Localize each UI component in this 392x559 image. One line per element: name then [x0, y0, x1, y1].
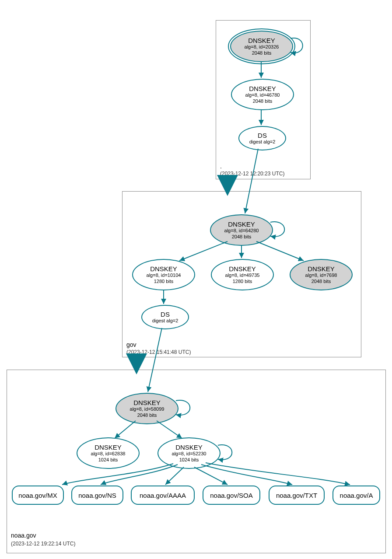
- zone-noaa-label: noaa.gov: [11, 532, 36, 539]
- rr-ns-node[interactable]: noaa.gov/NS: [71, 486, 123, 505]
- node-sub1: alg=8, id=62838: [91, 451, 126, 457]
- rr-txt-node[interactable]: noaa.gov/TXT: [269, 486, 325, 505]
- noaa-zsk2-node[interactable]: DNSKEY alg=8, id=52230 1024 bits: [158, 437, 220, 469]
- rr-soa-node[interactable]: noaa.gov/SOA: [203, 486, 260, 505]
- node-title: noaa.gov/A: [340, 492, 373, 499]
- gov-zsk1-node[interactable]: DNSKEY alg=8, id=10104 1280 bits: [132, 259, 195, 290]
- node-sub2: 2048 bits: [312, 279, 331, 284]
- node-title: noaa.gov/AAAA: [140, 492, 186, 499]
- node-title: noaa.gov/MX: [18, 492, 57, 499]
- zone-root-timestamp: (2023-12-12 12:20:23 UTC): [220, 171, 284, 177]
- root-ds-node[interactable]: DS digest alg=2: [238, 126, 286, 150]
- root-ksk-node[interactable]: DNSKEY alg=8, id=20326 2048 bits: [230, 31, 293, 62]
- noaa-zsk1-node[interactable]: DNSKEY alg=8, id=62838 1024 bits: [77, 437, 140, 469]
- node-sub2: 2048 bits: [252, 50, 272, 56]
- gov-ds-node[interactable]: DS digest alg=2: [141, 305, 189, 329]
- node-sub2: 2048 bits: [253, 98, 273, 104]
- node-title: noaa.gov/NS: [78, 492, 116, 499]
- node-title: noaa.gov/SOA: [210, 492, 253, 499]
- node-sub1: alg=8, id=64280: [224, 228, 259, 234]
- node-sub1: alg=8, id=58099: [130, 406, 164, 412]
- root-zsk-node[interactable]: DNSKEY alg=8, id=46780 2048 bits: [231, 79, 294, 110]
- node-sub2: 1280 bits: [233, 279, 252, 284]
- node-title: DNSKEY: [94, 444, 122, 451]
- node-sub1: digest alg=2: [152, 318, 178, 324]
- zone-gov-label: gov: [126, 341, 136, 348]
- zone-gov-timestamp: (2023-12-12 15:41:48 UTC): [126, 349, 191, 355]
- node-sub2: 1280 bits: [154, 279, 174, 284]
- rr-a-node[interactable]: noaa.gov/A: [332, 486, 380, 505]
- rr-aaaa-node[interactable]: noaa.gov/AAAA: [131, 486, 195, 505]
- gov-ksk-node[interactable]: DNSKEY alg=8, id=64280 2048 bits: [210, 214, 273, 246]
- node-sub1: alg=8, id=10104: [147, 273, 181, 278]
- node-sub1: alg=8, id=46780: [245, 92, 280, 98]
- node-title: DS: [161, 311, 170, 318]
- node-sub1: alg=8, id=49735: [225, 273, 260, 278]
- node-title: DNSKEY: [150, 265, 177, 273]
- rr-mx-node[interactable]: noaa.gov/MX: [12, 486, 64, 505]
- node-title: DNSKEY: [248, 37, 275, 44]
- node-title: DNSKEY: [175, 444, 203, 451]
- node-title: DS: [258, 132, 267, 139]
- node-title: DNSKEY: [249, 85, 276, 92]
- node-sub1: alg=8, id=20326: [245, 44, 279, 50]
- node-sub1: alg=8, id=7698: [305, 273, 337, 278]
- node-sub1: alg=8, id=52230: [172, 451, 206, 457]
- node-title: DNSKEY: [229, 265, 256, 273]
- node-title: DNSKEY: [133, 399, 161, 406]
- node-title: DNSKEY: [228, 220, 255, 228]
- node-title: DNSKEY: [308, 265, 335, 273]
- node-sub2: 2048 bits: [137, 412, 157, 418]
- zone-root-label: .: [220, 163, 222, 170]
- node-title: noaa.gov/TXT: [276, 492, 317, 499]
- zone-noaa-timestamp: (2023-12-12 19:22:14 UTC): [11, 541, 75, 547]
- node-sub2: 1024 bits: [179, 457, 199, 463]
- node-sub1: digest alg=2: [249, 139, 276, 145]
- node-sub2: 1024 bits: [98, 457, 118, 463]
- gov-zsk2-node[interactable]: DNSKEY alg=8, id=49735 1280 bits: [211, 259, 274, 290]
- gov-ksk2-node[interactable]: DNSKEY alg=8, id=7698 2048 bits: [290, 259, 353, 290]
- node-sub2: 2048 bits: [232, 234, 252, 240]
- noaa-ksk-node[interactable]: DNSKEY alg=8, id=58099 2048 bits: [116, 393, 178, 424]
